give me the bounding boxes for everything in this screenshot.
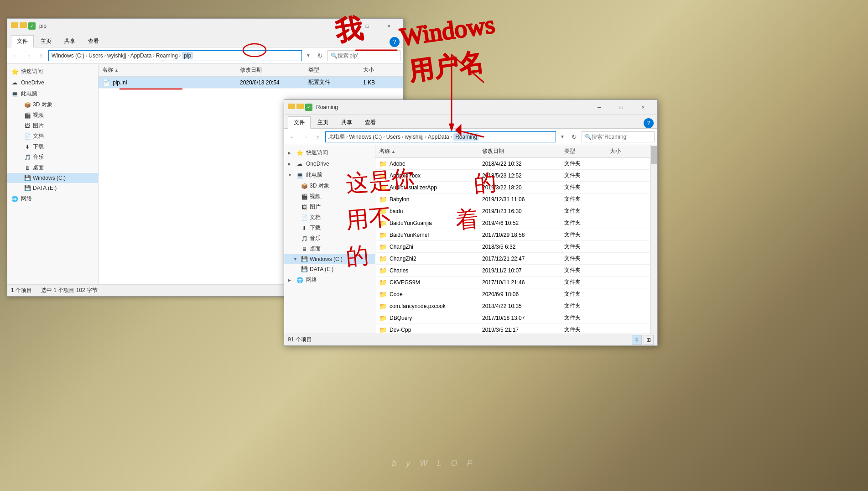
- roaming-refresh-btn[interactable]: ↻: [569, 131, 580, 142]
- roaming-sidebar-quick[interactable]: ▶ ⭐ 快速访问: [284, 147, 375, 158]
- roaming-scrollbar-thumb: [651, 146, 657, 164]
- roaming-file-row-9[interactable]: 📁Charles2019/11/2 10:07文件夹: [375, 265, 650, 277]
- roaming-file-row-8[interactable]: 📁ChangZhi22017/12/21 22:47文件夹: [375, 253, 650, 265]
- pip-search-input[interactable]: [338, 52, 397, 59]
- roaming-file-row-12[interactable]: 📁com.fancynode.pxcook2018/4/22 10:35文件夹: [375, 300, 650, 312]
- pip-sidebar-video[interactable]: 🎬 视频: [7, 110, 98, 120]
- pip-col-name[interactable]: 名称 ▲: [102, 66, 240, 74]
- roaming-help-btn[interactable]: ?: [644, 118, 654, 128]
- pip-sidebar-docs[interactable]: 📄 文档: [7, 131, 98, 141]
- roaming-view-details-btn[interactable]: ≡: [632, 335, 642, 345]
- roaming-sidebar-video[interactable]: 🎬 视频: [284, 191, 375, 202]
- roaming-col-size[interactable]: 大小: [610, 147, 646, 155]
- pip-desk-icon: 🖥: [24, 164, 31, 172]
- roaming-minimize-btn[interactable]: ─: [589, 100, 610, 114]
- pip-tab-share[interactable]: 共享: [58, 35, 81, 47]
- pip-sidebar-3d[interactable]: 📦 3D 对象: [7, 99, 98, 110]
- roaming-file-row-10[interactable]: 📁CKVEGS9M2017/10/11 21:46文件夹: [375, 277, 650, 288]
- roaming-file-row-0[interactable]: 📁Adobe2018/4/22 10:32文件夹: [375, 158, 650, 170]
- pip-sidebar-onedrive[interactable]: ☁ OneDrive: [7, 77, 98, 88]
- roaming-tab-share[interactable]: 共享: [335, 116, 358, 128]
- roaming-scrollbar[interactable]: [650, 145, 657, 334]
- pip-refresh-btn[interactable]: ↻: [315, 50, 326, 61]
- roaming-sidebar-onedrive[interactable]: ▶ ☁ OneDrive: [284, 158, 375, 169]
- roaming-search-icon: 🔍: [585, 134, 592, 140]
- roaming-path-dropdown[interactable]: ▼: [558, 131, 567, 142]
- roaming-video-icon: 🎬: [301, 193, 308, 200]
- pip-file-name-0: 📄 pip.ini: [102, 79, 240, 86]
- pip-sidebar-desktop[interactable]: 🖥 桌面: [7, 162, 98, 173]
- roaming-search-box[interactable]: 🔍: [582, 131, 655, 142]
- pip-sidebar-this-pc[interactable]: 💻 此电脑: [7, 88, 98, 99]
- roaming-sidebar-datae[interactable]: 💾 DATA (E:): [284, 264, 375, 274]
- pip-path-dropdown[interactable]: ▼: [304, 50, 313, 61]
- pip-path-2: Users: [88, 52, 103, 59]
- roaming-close-btn[interactable]: ×: [633, 100, 654, 114]
- roaming-file-row-2[interactable]: 📁AudioVisualizerApp2019/3/22 18:20文件夹: [375, 182, 650, 193]
- pip-tab-file[interactable]: 文件: [11, 35, 34, 47]
- pip-ribbon-tabs: 文件 主页 共享 查看 ?: [7, 33, 403, 47]
- roaming-path-2: Windows (C:): [349, 134, 382, 140]
- roaming-col-date[interactable]: 修改日期: [482, 147, 564, 155]
- roaming-col-name[interactable]: 名称 ▲: [379, 147, 482, 155]
- pip-search-box[interactable]: 🔍: [327, 50, 400, 61]
- pip-sidebar-windows-c[interactable]: 💾 Windows (C:): [7, 173, 98, 183]
- pip-sidebar-music[interactable]: 🎵 音乐: [7, 152, 98, 162]
- pip-forward-btn[interactable]: →: [23, 50, 34, 61]
- pip-minimize-btn[interactable]: ─: [335, 19, 356, 33]
- roaming-sidebar-dl[interactable]: ⬇ 下载: [284, 223, 375, 233]
- roaming-forward-btn[interactable]: →: [300, 131, 311, 142]
- pip-maximize-btn[interactable]: □: [357, 19, 378, 33]
- pip-file-row-0[interactable]: 📄 pip.ini 2020/6/13 20:54 配置文件 1 KB: [99, 77, 403, 89]
- roaming-music-icon: 🎵: [301, 235, 308, 242]
- pip-sidebar-downloads[interactable]: ⬇ 下载: [7, 141, 98, 152]
- roaming-sidebar-winc[interactable]: ▼ 💾 Windows (C:): [284, 254, 375, 264]
- pip-help-btn[interactable]: ?: [390, 37, 400, 47]
- roaming-tab-view[interactable]: 查看: [359, 116, 382, 128]
- pip-pic-icon: 🖼: [24, 122, 31, 130]
- roaming-tab-file[interactable]: 文件: [288, 116, 311, 129]
- pip-tab-view[interactable]: 查看: [82, 35, 105, 47]
- roaming-tab-home[interactable]: 主页: [312, 116, 334, 128]
- roaming-file-row-11[interactable]: 📁Code2020/6/9 18:06文件夹: [375, 288, 650, 300]
- pip-close-btn[interactable]: ×: [379, 19, 400, 33]
- pip-tab-home[interactable]: 主页: [35, 35, 57, 47]
- roaming-status-right: ≡ ⊞: [632, 335, 654, 345]
- pip-status-count: 1 个项目: [11, 287, 32, 294]
- pip-address-bar: ← → ↑ Windows (C:) › Users › wylshkjj › …: [7, 47, 403, 64]
- roaming-sidebar-docs[interactable]: 📄 文档: [284, 212, 375, 223]
- roaming-sidebar-pics[interactable]: 🖼 图片: [284, 202, 375, 212]
- roaming-file-row-14[interactable]: 📁Dev-Cpp2019/3/5 21:17文件夹: [375, 324, 650, 334]
- roaming-file-row-13[interactable]: 📁DBQuery2017/10/18 13:07文件夹: [375, 312, 650, 324]
- roaming-sidebar-3d[interactable]: 📦 3D 对象: [284, 181, 375, 191]
- roaming-file-row-5[interactable]: 📁BaiduYunGuanjia2019/4/6 10:52文件夹: [375, 217, 650, 229]
- roaming-file-row-7[interactable]: 📁ChangZhi2018/3/5 6:32文件夹: [375, 241, 650, 253]
- roaming-maximize-btn[interactable]: □: [611, 100, 632, 114]
- roaming-sidebar-desktop[interactable]: 🖥 桌面: [284, 244, 375, 254]
- roaming-sidebar-music[interactable]: 🎵 音乐: [284, 233, 375, 244]
- pip-col-size[interactable]: 大小: [363, 66, 400, 74]
- roaming-back-btn[interactable]: ←: [287, 131, 298, 142]
- pip-status-selected: 选中 1 个项目 102 字节: [41, 287, 98, 294]
- pip-back-btn[interactable]: ←: [10, 50, 21, 61]
- roaming-search-input[interactable]: [592, 134, 651, 140]
- pip-sidebar-pictures[interactable]: 🖼 图片: [7, 120, 98, 131]
- roaming-address-path[interactable]: 此电脑 › Windows (C:) › Users › wylshkjj › …: [325, 131, 556, 142]
- pip-address-path[interactable]: Windows (C:) › Users › wylshkjj › AppDat…: [48, 50, 302, 61]
- roaming-sidebar-network[interactable]: ▶ 🌐 网络: [284, 274, 375, 286]
- roaming-up-btn[interactable]: ↑: [312, 131, 323, 142]
- pip-col-date[interactable]: 修改日期: [240, 66, 308, 74]
- pip-sidebar-data-e[interactable]: 💾 DATA (E:): [7, 183, 98, 193]
- pip-sidebar-network[interactable]: 🌐 网络: [7, 193, 98, 204]
- roaming-view-grid-btn[interactable]: ⊞: [644, 335, 654, 345]
- pip-up-btn[interactable]: ↑: [36, 50, 47, 61]
- pip-sidebar-quick-access[interactable]: ⭐ 快速访问: [7, 66, 98, 77]
- roaming-col-type[interactable]: 类型: [564, 147, 610, 155]
- roaming-file-row-1[interactable]: 📁AndroidTbox2018/5/23 12:52文件夹: [375, 170, 650, 182]
- roaming-file-row-6[interactable]: 📁BaiduYunKernel2017/10/29 18:58文件夹: [375, 229, 650, 241]
- roaming-file-row-4[interactable]: 📁baidu2019/1/23 16:30文件夹: [375, 205, 650, 217]
- roaming-file-row-3[interactable]: 📁Babylon2019/12/31 11:06文件夹: [375, 193, 650, 205]
- pip-col-type[interactable]: 类型: [308, 66, 363, 74]
- roaming-file-icon-7: 📁: [379, 243, 387, 251]
- roaming-sidebar-this-pc[interactable]: ▼ 💻 此电脑: [284, 169, 375, 181]
